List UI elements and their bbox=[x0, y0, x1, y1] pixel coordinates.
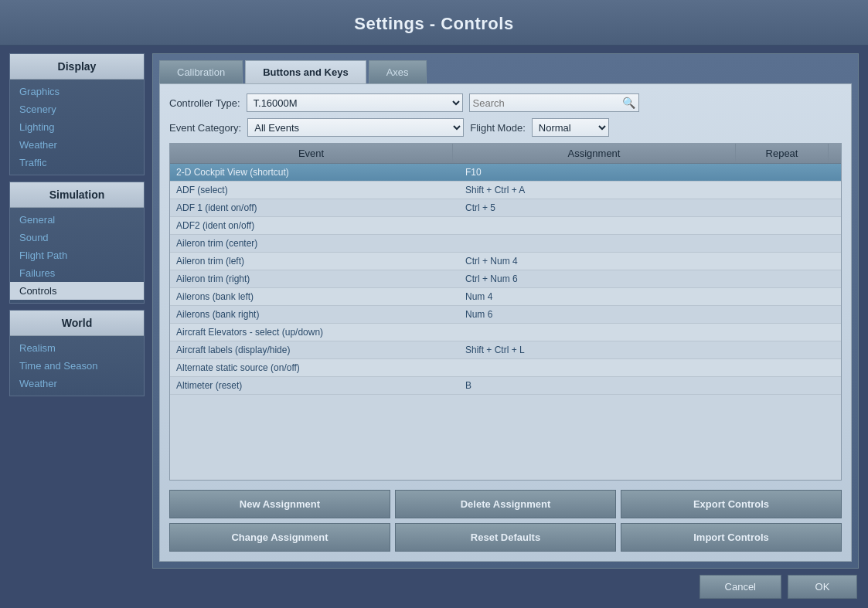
sidebar-item-realism[interactable]: Realism bbox=[10, 339, 144, 357]
table-row[interactable]: Ailerons (bank left) Num 4 bbox=[170, 288, 841, 306]
import-controls-button[interactable]: Import Controls bbox=[621, 523, 842, 552]
table-cell-assignment: Num 4 bbox=[459, 288, 748, 305]
sidebar-item-lighting[interactable]: Lighting bbox=[10, 118, 144, 136]
table-cell-event: Aileron trim (right) bbox=[170, 270, 459, 287]
sidebar: Display Graphics Scenery Lighting Weathe… bbox=[9, 53, 145, 569]
table-cell-assignment: Ctrl + 5 bbox=[459, 199, 748, 216]
sidebar-item-scenery[interactable]: Scenery bbox=[10, 100, 144, 118]
table-cell-assignment: Ctrl + Num 4 bbox=[459, 253, 748, 270]
controller-type-select[interactable]: T.16000M bbox=[247, 93, 463, 112]
table-row[interactable]: Aileron trim (right) Ctrl + Num 6 bbox=[170, 270, 841, 288]
event-category-select[interactable]: All Events bbox=[247, 118, 464, 137]
table-cell-event: 2-D Cockpit View (shortcut) bbox=[170, 164, 459, 181]
tab-axes[interactable]: Axes bbox=[369, 60, 427, 83]
table-cell-assignment: Num 6 bbox=[459, 306, 748, 323]
events-table: Event Assignment Repeat 2-D Cockpit View… bbox=[169, 143, 842, 481]
table-cell-event: Ailerons (bank right) bbox=[170, 306, 459, 323]
sidebar-item-sound[interactable]: Sound bbox=[10, 229, 144, 246]
sidebar-simulation-items: General Sound Flight Path Failures Contr… bbox=[10, 208, 144, 303]
sidebar-world-items: Realism Time and Season Weather bbox=[10, 336, 144, 396]
table-header: Event Assignment Repeat bbox=[170, 144, 841, 164]
table-row[interactable]: Alternate static source (on/off) bbox=[170, 359, 841, 377]
table-cell-event: Aileron trim (left) bbox=[170, 253, 459, 270]
table-cell-repeat bbox=[748, 235, 841, 252]
tab-content-panel: Controller Type: T.16000M 🔍 Event Catego… bbox=[159, 83, 852, 562]
tab-buttons-and-keys[interactable]: Buttons and Keys bbox=[245, 60, 366, 83]
new-assignment-button[interactable]: New Assignment bbox=[169, 490, 390, 518]
tabs-row: Calibration Buttons and Keys Axes bbox=[153, 54, 858, 83]
table-cell-repeat bbox=[748, 182, 841, 199]
title-bar: Settings - Controls bbox=[0, 0, 868, 46]
sidebar-display-items: Graphics Scenery Lighting Weather Traffi… bbox=[10, 80, 144, 175]
filter-row-1: Controller Type: T.16000M 🔍 bbox=[169, 93, 842, 112]
content-area: Calibration Buttons and Keys Axes Contro… bbox=[152, 53, 859, 569]
table-row[interactable]: Aircraft labels (display/hide) Shift + C… bbox=[170, 341, 841, 359]
table-cell-repeat bbox=[748, 164, 841, 181]
table-cell-repeat bbox=[748, 270, 841, 287]
table-row[interactable]: Ailerons (bank right) Num 6 bbox=[170, 306, 841, 324]
export-controls-button[interactable]: Export Controls bbox=[621, 490, 842, 518]
delete-assignment-button[interactable]: Delete Assignment bbox=[395, 490, 616, 518]
page-title: Settings - Controls bbox=[354, 14, 513, 33]
action-buttons: New Assignment Delete Assignment Export … bbox=[169, 490, 842, 552]
buttons-row-2: Change Assignment Reset Defaults Import … bbox=[169, 523, 842, 552]
search-box: 🔍 bbox=[469, 93, 639, 112]
controller-type-label: Controller Type: bbox=[169, 97, 240, 109]
table-cell-assignment: Shift + Ctrl + A bbox=[459, 182, 748, 199]
table-row[interactable]: Aileron trim (center) bbox=[170, 235, 841, 253]
table-cell-event: Aileron trim (center) bbox=[170, 235, 459, 252]
table-cell-event: Alternate static source (on/off) bbox=[170, 359, 459, 376]
sidebar-item-weather-world[interactable]: Weather bbox=[10, 375, 144, 392]
table-row[interactable]: ADF 1 (ident on/off) Ctrl + 5 bbox=[170, 199, 841, 217]
table-row[interactable]: ADF2 (ident on/off) bbox=[170, 217, 841, 235]
table-cell-assignment bbox=[459, 235, 748, 252]
table-cell-repeat bbox=[748, 359, 841, 376]
change-assignment-button[interactable]: Change Assignment bbox=[169, 523, 390, 552]
table-row[interactable]: 2-D Cockpit View (shortcut) F10 bbox=[170, 164, 841, 182]
table-cell-repeat bbox=[748, 199, 841, 216]
sidebar-item-controls[interactable]: Controls bbox=[10, 282, 144, 300]
filter-row-2: Event Category: All Events Flight Mode: … bbox=[169, 118, 842, 137]
sidebar-item-failures[interactable]: Failures bbox=[10, 264, 144, 282]
table-row[interactable]: Aircraft Elevators - select (up/down) bbox=[170, 324, 841, 341]
table-cell-event: Ailerons (bank left) bbox=[170, 288, 459, 305]
table-cell-assignment: F10 bbox=[459, 164, 748, 181]
table-row[interactable]: ADF (select) Shift + Ctrl + A bbox=[170, 182, 841, 199]
sidebar-display-section: Display Graphics Scenery Lighting Weathe… bbox=[9, 53, 145, 175]
table-cell-assignment: B bbox=[459, 377, 748, 394]
bottom-bar: Cancel OK bbox=[0, 569, 868, 605]
table-cell-assignment bbox=[459, 217, 748, 234]
buttons-row-1: New Assignment Delete Assignment Export … bbox=[169, 490, 842, 518]
tab-calibration[interactable]: Calibration bbox=[159, 60, 243, 83]
table-cell-event: Aircraft Elevators - select (up/down) bbox=[170, 324, 459, 341]
sidebar-item-traffic[interactable]: Traffic bbox=[10, 154, 144, 172]
table-cell-assignment: Shift + Ctrl + L bbox=[459, 341, 748, 358]
cancel-button[interactable]: Cancel bbox=[700, 575, 781, 599]
table-row[interactable]: Altimeter (reset) B bbox=[170, 377, 841, 395]
flight-mode-label: Flight Mode: bbox=[470, 122, 526, 134]
table-cell-repeat bbox=[748, 377, 841, 394]
table-cell-event: Altimeter (reset) bbox=[170, 377, 459, 394]
table-cell-repeat bbox=[748, 253, 841, 270]
col-assignment: Assignment bbox=[453, 144, 736, 163]
col-repeat: Repeat bbox=[736, 144, 829, 163]
sidebar-item-flight-path[interactable]: Flight Path bbox=[10, 246, 144, 264]
table-cell-assignment: Ctrl + Num 6 bbox=[459, 270, 748, 287]
flight-mode-select[interactable]: Normal bbox=[532, 118, 609, 137]
sidebar-item-graphics[interactable]: Graphics bbox=[10, 83, 144, 100]
ok-button[interactable]: OK bbox=[788, 575, 857, 599]
sidebar-item-general[interactable]: General bbox=[10, 211, 144, 229]
search-icon: 🔍 bbox=[622, 97, 635, 109]
search-input[interactable] bbox=[473, 97, 622, 109]
sidebar-world-section: World Realism Time and Season Weather bbox=[9, 310, 145, 396]
table-cell-event: ADF2 (ident on/off) bbox=[170, 217, 459, 234]
sidebar-item-time-season[interactable]: Time and Season bbox=[10, 357, 144, 375]
sidebar-simulation-header: Simulation bbox=[10, 182, 144, 208]
col-scroll bbox=[829, 144, 841, 163]
reset-defaults-button[interactable]: Reset Defaults bbox=[395, 523, 616, 552]
sidebar-item-weather-display[interactable]: Weather bbox=[10, 136, 144, 154]
table-body[interactable]: 2-D Cockpit View (shortcut) F10 ADF (sel… bbox=[170, 164, 841, 480]
table-row[interactable]: Aileron trim (left) Ctrl + Num 4 bbox=[170, 253, 841, 270]
table-cell-repeat bbox=[748, 288, 841, 305]
table-cell-event: ADF 1 (ident on/off) bbox=[170, 199, 459, 216]
